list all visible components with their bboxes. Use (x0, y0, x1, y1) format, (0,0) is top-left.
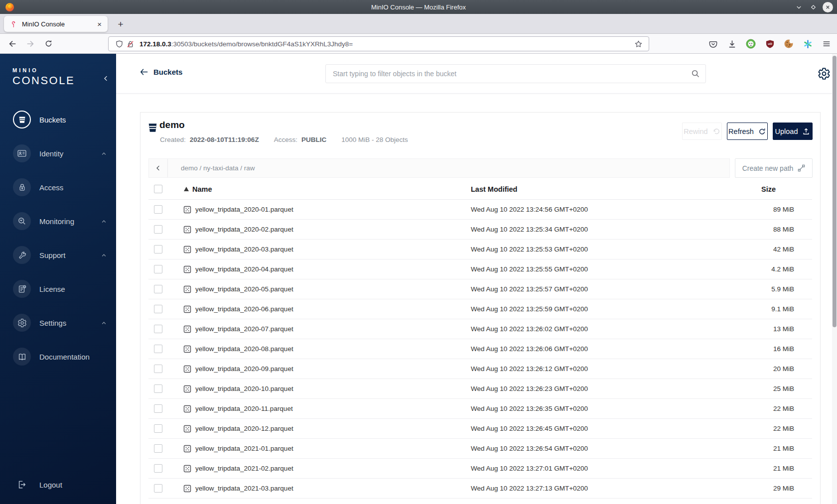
chevron-up-icon[interactable] (101, 320, 107, 326)
page-scrollbar[interactable] (832, 54, 837, 504)
table-row[interactable]: yellow_tripdata_2020-08.parquet Wed Aug … (148, 339, 812, 359)
object-name[interactable]: yellow_tripdata_2020-04.parquet (195, 265, 293, 273)
sidebar-item-monitoring[interactable]: Monitoring (0, 204, 116, 238)
object-name[interactable]: yellow_tripdata_2020-03.parquet (195, 246, 293, 253)
object-name[interactable]: yellow_tripdata_2020-10.parquet (195, 385, 293, 392)
object-name[interactable]: yellow_tripdata_2020-09.parquet (195, 365, 293, 373)
object-name[interactable]: yellow_tripdata_2021-02.parquet (195, 465, 293, 472)
sidebar-collapse-icon[interactable] (102, 75, 110, 82)
hamburger-menu-icon[interactable] (821, 38, 832, 49)
sidebar-item-identity[interactable]: Identity (0, 136, 116, 170)
table-row[interactable]: yellow_tripdata_2020-06.parquet Wed Aug … (148, 299, 812, 319)
object-name[interactable]: yellow_tripdata_2020-01.parquet (195, 206, 293, 213)
sidebar: MINIO CONSOLE Buckets Identity (0, 54, 116, 504)
table-row[interactable]: yellow_tripdata_2020-12.parquet Wed Aug … (148, 419, 812, 439)
column-header-name[interactable]: Name (171, 185, 471, 193)
extension-asterisk-icon[interactable] (802, 38, 813, 49)
shield-icon[interactable] (114, 38, 125, 49)
row-checkbox[interactable] (154, 404, 162, 413)
table-row[interactable]: yellow_tripdata_2021-03.parquet Wed Aug … (148, 479, 812, 499)
object-name[interactable]: yellow_tripdata_2021-03.parquet (195, 485, 293, 492)
row-checkbox[interactable] (154, 464, 162, 473)
row-checkbox[interactable] (154, 365, 162, 373)
sidebar-item-license[interactable]: License (0, 272, 116, 306)
select-all-checkbox[interactable] (154, 185, 162, 193)
sidebar-item-settings[interactable]: Settings (0, 306, 116, 340)
pocket-icon[interactable] (707, 38, 718, 49)
table-row[interactable]: yellow_tripdata_2020-09.parquet Wed Aug … (148, 359, 812, 379)
extension-cookie-icon[interactable] (783, 38, 794, 49)
extension-privacy-badger-icon[interactable] (745, 38, 756, 49)
browser-forward-icon[interactable] (23, 37, 38, 51)
row-checkbox[interactable] (154, 305, 162, 313)
url-text[interactable]: 172.18.0.3:30503/buckets/demo/browse/bnk… (140, 40, 633, 48)
row-checkbox[interactable] (154, 345, 162, 353)
row-checkbox[interactable] (154, 245, 162, 253)
settings-gear-icon[interactable] (818, 67, 831, 80)
extension-ublock-icon[interactable]: uO (764, 38, 775, 49)
search-input[interactable] (325, 64, 706, 83)
sidebar-item-support[interactable]: Support (0, 238, 116, 272)
bucket-icon (13, 111, 31, 128)
scrollbar-thumb[interactable] (833, 56, 837, 327)
object-name[interactable]: yellow_tripdata_2020-07.parquet (195, 325, 293, 333)
row-checkbox[interactable] (154, 265, 162, 273)
table-row[interactable]: yellow_tripdata_2020-04.parquet Wed Aug … (148, 259, 812, 279)
table-row[interactable]: yellow_tripdata_2020-05.parquet Wed Aug … (148, 279, 812, 299)
object-name[interactable]: yellow_tripdata_2021-01.parquet (195, 445, 293, 452)
row-checkbox[interactable] (154, 424, 162, 433)
sidebar-item-access[interactable]: Access (0, 170, 116, 204)
chevron-up-icon[interactable] (101, 150, 107, 157)
url-bar[interactable]: 172.18.0.3:30503/buckets/demo/browse/bnk… (108, 36, 649, 51)
row-checkbox[interactable] (154, 205, 162, 214)
object-name[interactable]: yellow_tripdata_2020-08.parquet (195, 345, 293, 353)
downloads-icon[interactable] (726, 38, 737, 49)
refresh-button[interactable]: Refresh (727, 123, 768, 140)
tab-minio-console[interactable]: MinIO Console × (4, 16, 108, 32)
sidebar-item-documentation[interactable]: Documentation (0, 340, 116, 374)
object-last-modified: Wed Aug 10 2022 13:25:57 GMT+0200 (471, 285, 761, 293)
object-name[interactable]: yellow_tripdata_2020-06.parquet (195, 305, 293, 313)
sidebar-item-logout[interactable]: Logout (0, 472, 116, 497)
table-row[interactable]: yellow_tripdata_2020-01.parquet Wed Aug … (148, 200, 812, 220)
table-row[interactable]: yellow_tripdata_2020-10.parquet Wed Aug … (148, 379, 812, 399)
breadcrumb[interactable]: demo / ny-taxi-data / raw (181, 164, 255, 172)
create-new-path-button[interactable]: Create new path (735, 158, 813, 178)
table-row[interactable]: yellow_tripdata_2021-02.parquet Wed Aug … (148, 459, 812, 479)
row-checkbox[interactable] (154, 484, 162, 493)
table-row[interactable]: yellow_tripdata_2020-07.parquet Wed Aug … (148, 319, 812, 339)
breadcrumb-back-icon[interactable] (149, 159, 168, 177)
column-header-modified[interactable]: Last Modified (471, 185, 761, 193)
table-row[interactable]: yellow_tripdata_2020-11.parquet Wed Aug … (148, 399, 812, 419)
bucket-icon (146, 122, 159, 134)
bookmark-star-icon[interactable] (633, 38, 644, 49)
object-name[interactable]: yellow_tripdata_2020-05.parquet (195, 285, 293, 293)
browser-reload-icon[interactable] (41, 37, 56, 51)
column-header-size[interactable]: Size (761, 185, 813, 193)
rewind-button[interactable]: Rewind (682, 123, 722, 140)
back-to-buckets-link[interactable]: Buckets (140, 68, 182, 76)
chevron-up-icon[interactable] (101, 218, 107, 225)
tab-close-icon[interactable]: × (96, 20, 103, 28)
object-name[interactable]: yellow_tripdata_2020-02.parquet (195, 226, 293, 233)
insecure-lock-icon[interactable] (125, 38, 136, 49)
row-checkbox[interactable] (154, 285, 162, 293)
row-checkbox[interactable] (154, 325, 162, 333)
sidebar-item-buckets[interactable]: Buckets (0, 103, 116, 136)
object-name[interactable]: yellow_tripdata_2020-11.parquet (195, 405, 293, 412)
chevron-up-icon[interactable] (101, 252, 107, 258)
table-row[interactable]: yellow_tripdata_2021-01.parquet Wed Aug … (148, 439, 812, 459)
window-minimize-button[interactable] (794, 2, 804, 12)
upload-button[interactable]: Upload (773, 123, 813, 140)
row-checkbox[interactable] (154, 225, 162, 234)
row-checkbox[interactable] (154, 384, 162, 393)
browser-back-icon[interactable] (5, 37, 20, 51)
parquet-file-icon (183, 265, 191, 273)
new-tab-button[interactable]: + (114, 17, 128, 31)
table-row[interactable]: yellow_tripdata_2020-03.parquet Wed Aug … (148, 240, 812, 259)
object-name[interactable]: yellow_tripdata_2020-12.parquet (195, 425, 293, 432)
window-maximize-button[interactable] (808, 2, 818, 12)
window-close-button[interactable] (823, 2, 833, 12)
table-row[interactable]: yellow_tripdata_2020-02.parquet Wed Aug … (148, 220, 812, 240)
row-checkbox[interactable] (154, 444, 162, 453)
